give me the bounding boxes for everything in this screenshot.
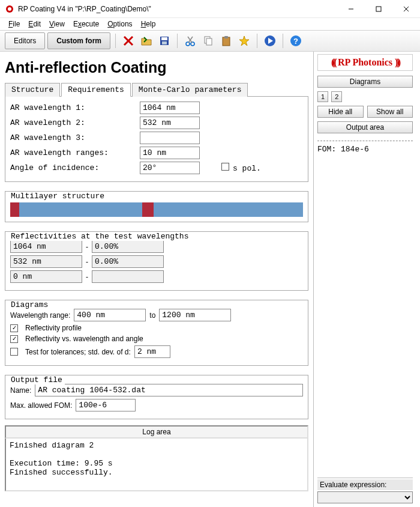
ar2-input[interactable] xyxy=(140,117,200,129)
refl-wl-2 xyxy=(10,270,82,283)
menu-execute[interactable]: Execute xyxy=(70,19,103,29)
range-label: Wavelength range: xyxy=(10,311,70,320)
ar3-input[interactable] xyxy=(140,132,200,144)
ar1-input[interactable] xyxy=(140,102,200,114)
menu-help[interactable]: Help xyxy=(137,19,160,29)
opt2-checkbox[interactable]: ✓ xyxy=(10,335,18,343)
out-name-input[interactable] xyxy=(35,384,303,396)
separator xyxy=(257,34,257,48)
diagram-2-button[interactable]: 2 xyxy=(331,91,342,102)
menu-bar: File Edit View Execute Options Help xyxy=(0,18,420,30)
refl-pct-2 xyxy=(92,270,164,283)
svg-rect-16 xyxy=(206,38,212,45)
out-name-label: Name: xyxy=(10,386,31,395)
spol-label: s pol. xyxy=(233,164,261,173)
custom-form-button[interactable]: Custom form xyxy=(47,32,110,49)
save-icon[interactable] xyxy=(157,33,172,49)
tab-row: Structure Requirements Monte-Carlo param… xyxy=(5,82,308,97)
menu-file[interactable]: File xyxy=(5,19,23,29)
refl-wl-1 xyxy=(10,255,82,268)
layer-segment xyxy=(10,202,19,217)
svg-point-11 xyxy=(186,42,190,46)
tab-requirements[interactable]: Requirements xyxy=(61,83,131,97)
log-header: Log area xyxy=(5,425,308,439)
arr-label: AR wavelength ranges: xyxy=(10,148,136,157)
minimize-button[interactable] xyxy=(337,0,365,18)
opt3-label: Test for tolerances; std. dev. of d: xyxy=(25,348,131,356)
ar1-label: AR wavelength 1: xyxy=(10,103,136,112)
title-bar: RP Coating V4 in "P:\RP_Coating\Demo\" xyxy=(0,0,420,18)
range-to-input[interactable] xyxy=(159,309,231,321)
out-fom-label: Max. allowed FOM: xyxy=(10,401,72,410)
svg-marker-19 xyxy=(239,36,249,46)
copy-icon[interactable] xyxy=(200,33,216,49)
log-body[interactable]: Finished diagram 2 Execution time: 9.95 … xyxy=(5,439,308,491)
svg-rect-10 xyxy=(162,41,167,44)
refl-wl-0 xyxy=(10,240,82,253)
run-icon[interactable] xyxy=(262,33,278,49)
output-area-button[interactable]: Output area xyxy=(317,121,413,133)
paste-icon[interactable] xyxy=(218,33,234,49)
tab-monte-carlo[interactable]: Monte-Carlo parameters xyxy=(132,83,248,97)
refl-pct-1 xyxy=(92,255,164,268)
svg-rect-18 xyxy=(224,36,228,38)
left-pane: Anti-reflection Coating Structure Requir… xyxy=(0,52,313,507)
ar2-label: AR wavelength 2: xyxy=(10,118,136,127)
menu-options[interactable]: Options xyxy=(104,19,136,29)
app-icon xyxy=(5,4,14,14)
diagrams-button[interactable]: Diagrams xyxy=(317,76,413,88)
window-title: RP Coating V4 in "P:\RP_Coating\Demo\" xyxy=(18,5,337,13)
separator xyxy=(177,34,178,48)
diag-box: Wavelength range: to ✓Reflectivity profi… xyxy=(5,300,308,366)
ar3-label: AR wavelength 3: xyxy=(10,133,136,142)
favorite-icon[interactable] xyxy=(236,33,252,49)
delete-icon[interactable] xyxy=(121,33,136,49)
multilayer-bar xyxy=(10,202,303,217)
spol-checkbox[interactable] xyxy=(221,163,229,171)
menu-edit[interactable]: Edit xyxy=(25,19,44,29)
aoi-label: Angle of incidence: xyxy=(10,163,136,172)
svg-rect-17 xyxy=(223,37,230,46)
arr-input[interactable] xyxy=(140,147,200,159)
show-all-button[interactable]: Show all xyxy=(367,106,413,118)
requirements-panel: AR wavelength 1: AR wavelength 2: AR wav… xyxy=(5,97,308,182)
tool-bar: Editors Custom form ? xyxy=(0,30,420,52)
hide-all-button[interactable]: Hide all xyxy=(317,106,364,118)
evaluate-row: Evaluate expression: xyxy=(317,478,413,507)
editors-button[interactable]: Editors xyxy=(5,32,45,49)
aoi-input[interactable] xyxy=(140,162,200,174)
eval-label: Evaluate expression: xyxy=(317,479,413,490)
svg-point-12 xyxy=(191,42,194,46)
log-area: Log area Finished diagram 2 Execution ti… xyxy=(5,425,308,491)
page-title: Anti-reflection Coating xyxy=(5,59,308,76)
separator xyxy=(283,34,283,48)
eval-select[interactable] xyxy=(317,491,413,503)
opt3-checkbox[interactable] xyxy=(10,348,18,356)
open-icon[interactable] xyxy=(139,33,154,49)
close-button[interactable] xyxy=(392,0,420,18)
svg-text:?: ? xyxy=(293,37,298,46)
separator xyxy=(115,34,116,48)
opt2-label: Reflectivity vs. wavelength and angle xyxy=(25,335,143,343)
help-icon[interactable]: ? xyxy=(288,33,304,49)
maximize-button[interactable] xyxy=(365,0,392,18)
range-from-input[interactable] xyxy=(74,309,146,321)
tab-structure[interactable]: Structure xyxy=(5,83,60,97)
opt3-input[interactable] xyxy=(134,345,170,358)
svg-rect-9 xyxy=(161,37,167,40)
layer-segment xyxy=(19,202,142,217)
diagram-1-button[interactable]: 1 xyxy=(317,91,328,102)
menu-view[interactable]: View xyxy=(46,19,68,29)
refl-pct-0 xyxy=(92,240,164,253)
out-fom-input[interactable] xyxy=(76,399,136,411)
opt1-checkbox[interactable]: ✓ xyxy=(10,324,18,332)
right-pane: ((( RP Photonics ))) Diagrams 1 2 Hide a… xyxy=(313,52,415,507)
output-text: FOM: 184e-6 xyxy=(317,141,413,447)
rp-logo: ((( RP Photonics ))) xyxy=(317,54,413,71)
layer-segment xyxy=(154,202,303,217)
svg-rect-3 xyxy=(376,7,381,11)
cut-icon[interactable] xyxy=(182,33,198,49)
opt1-label: Reflectivity profile xyxy=(25,324,82,332)
layer-segment xyxy=(142,202,154,217)
svg-point-1 xyxy=(8,7,11,11)
